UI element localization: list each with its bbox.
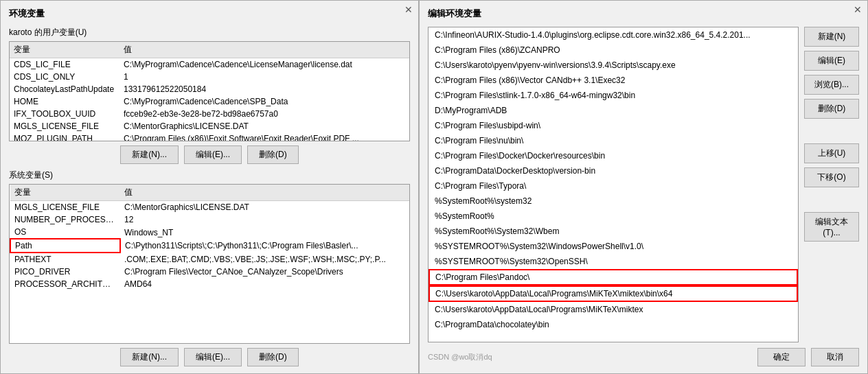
list-item[interactable]: C:\Users\karoto\AppData\Local\Programs\M… [429,285,798,302]
system-vars-rows: MGLS_LICENSE_FILEC:\MentorGraphics\LICEN… [10,201,409,291]
system-vars-section: 系统变量(S) 变量 值 MGLS_LICENSE_FILEC:\MentorG… [9,170,410,366]
user-col-value-header: 值 [119,42,409,58]
table-row[interactable]: PATHEXT.COM;.EXE;.BAT;.CMD;.VBS;.VBE;.JS… [10,253,409,266]
table-row[interactable]: MGLS_LICENSE_FILEC:\MentorGraphics\LICEN… [10,201,409,214]
spacer1 [804,123,859,139]
path-list: C:\Infineon\AURIX-Studio-1.4.0\plugins\o… [429,27,798,332]
system-delete-button[interactable]: 删除(D) [247,348,299,366]
user-col-name-header: 变量 [10,42,119,58]
user-edit-button[interactable]: 编辑(E)... [184,145,242,164]
list-item[interactable]: C:\Program Files (x86)\Vector CANdb++ 3.… [429,73,798,88]
list-item[interactable]: %SYSTEMROOT%\System32\OpenSSH\ [429,254,798,269]
list-item[interactable]: C:\Program Files\nu\bin\ [429,133,798,148]
path-edit-button[interactable]: 编辑(E) [804,51,859,71]
env-vars-panel: 环境变量 ✕ karoto 的用户变量(U) 变量 值 CDS_LIC_FILE… [0,0,419,374]
user-new-button[interactable]: 新建(N)... [120,145,179,164]
system-col-value-header: 值 [120,185,409,201]
list-item[interactable]: C:\Program Files (x86)\ZCANPRO [429,43,798,58]
list-item[interactable]: C:\Infineon\AURIX-Studio-1.4.0\plugins\o… [429,27,798,43]
cancel-button[interactable]: 取消 [811,348,859,366]
list-item[interactable]: C:\Program Files\Typora\ [429,178,798,194]
table-row[interactable]: IFX_TOOLBOX_UUIDfcceb9e2-eb3e-3e28-be72-… [10,108,409,120]
right-panel-title: 编辑环境变量 [428,8,859,20]
table-row[interactable]: PICO_DRIVERC:\Program Files\Vector_CANoe… [10,266,409,278]
table-row[interactable]: PROCESSOR_ARCHITECT...AMD64 [10,278,409,290]
list-item[interactable]: %SystemRoot%\System32\Wbem [429,224,798,239]
table-row[interactable]: PathC:\Python311\Scripts\;C:\Python311\;… [10,239,409,253]
watermark: CSDN @wo取消dq [428,352,752,362]
system-vars-buttons: 新建(N)... 编辑(E)... 删除(D) [9,348,410,366]
path-up-button[interactable]: 上移(U) [804,143,859,163]
user-section-label: karoto 的用户变量(U) [9,27,410,38]
user-vars-table-container[interactable]: 变量 值 CDS_LIC_FILEC:\MyProgram\Cadence\Ca… [9,41,410,141]
path-down-button[interactable]: 下移(O) [804,167,859,187]
list-item[interactable]: C:\ProgramData\DockerDesktop\version-bin [429,163,798,178]
list-item[interactable]: C:\Program Files\usbipd-win\ [429,118,798,133]
right-action-buttons: 新建(N) 编辑(E) 浏览(B)... 删除(D) 上移(U) 下移(O) 编… [804,27,859,342]
path-browse-button[interactable]: 浏览(B)... [804,75,859,95]
path-list-container[interactable]: C:\Infineon\AURIX-Studio-1.4.0\plugins\o… [428,27,799,342]
list-item[interactable]: C:\ProgramData\chocolatey\bin [429,317,798,332]
list-item[interactable]: %SYSTEMROOT%\System32\WindowsPowerShell\… [429,239,798,254]
path-edit-text-button[interactable]: 编辑文本(T)... [804,212,859,242]
list-item[interactable]: C:\Program Files\Docker\Docker\resources… [429,148,798,163]
right-bottom-buttons: CSDN @wo取消dq 确定 取消 [428,348,859,366]
table-row[interactable]: NUMBER_OF_PROCESSORS12 [10,213,409,226]
left-panel-title: 环境变量 [9,8,410,20]
system-edit-button[interactable]: 编辑(E)... [184,348,242,366]
system-section-label: 系统变量(S) [9,170,410,181]
path-delete-button[interactable]: 删除(D) [804,99,859,119]
ok-button[interactable]: 确定 [757,348,806,366]
table-row[interactable]: MGLS_LICENSE_FILEC:\MentorGraphics\LICEN… [10,120,409,132]
list-item[interactable]: C:\Users\karoto\pyenv\pyenv-win\versions… [429,58,798,73]
spacer2 [804,191,859,208]
table-row[interactable]: ChocolateyLastPathUpdate1331796125220501… [10,83,409,95]
list-item[interactable]: C:\Program Files\stlink-1.7.0-x86_64-w64… [429,88,798,103]
edit-env-var-panel: 编辑环境变量 ✕ C:\Infineon\AURIX-Studio-1.4.0\… [419,0,868,374]
table-row[interactable]: OSWindows_NT [10,226,409,239]
user-vars-table: 变量 值 CDS_LIC_FILEC:\MyProgram\Cadence\Ca… [10,42,409,141]
system-col-name-header: 变量 [10,185,120,201]
path-new-button[interactable]: 新建(N) [804,27,859,47]
left-close-button[interactable]: ✕ [404,5,413,14]
right-content-area: C:\Infineon\AURIX-Studio-1.4.0\plugins\o… [428,27,859,342]
user-vars-rows: CDS_LIC_FILEC:\MyProgram\Cadence\Cadence… [10,58,409,142]
list-item[interactable]: %SystemRoot%\system32 [429,194,798,209]
table-row[interactable]: CDS_LIC_ONLY1 [10,71,409,83]
system-vars-table-container[interactable]: 变量 值 MGLS_LICENSE_FILEC:\MentorGraphics\… [9,184,410,344]
list-item[interactable]: C:\Users\karoto\AppData\Local\Programs\M… [429,302,798,317]
list-item[interactable]: C:\Program Files\Pandoc\ [429,269,798,285]
user-vars-buttons: 新建(N)... 编辑(E)... 删除(D) [9,145,410,164]
system-new-button[interactable]: 新建(N)... [120,348,179,366]
system-vars-table: 变量 值 MGLS_LICENSE_FILEC:\MentorGraphics\… [10,185,409,290]
table-row[interactable]: HOMEC:\MyProgram\Cadence\Cadence\SPB_Dat… [10,95,409,108]
right-close-button[interactable]: ✕ [854,5,862,14]
list-item[interactable]: %SystemRoot% [429,209,798,224]
user-delete-button[interactable]: 删除(D) [247,145,299,164]
list-item[interactable]: D:\MyProgram\ADB [429,103,798,118]
table-row[interactable]: MOZ_PLUGIN_PATHC:\Program Files (x86)\Fo… [10,132,409,141]
table-row[interactable]: CDS_LIC_FILEC:\MyProgram\Cadence\Cadence… [10,58,409,71]
user-vars-section: karoto 的用户变量(U) 变量 值 CDS_LIC_FILEC:\MyPr… [9,27,410,164]
